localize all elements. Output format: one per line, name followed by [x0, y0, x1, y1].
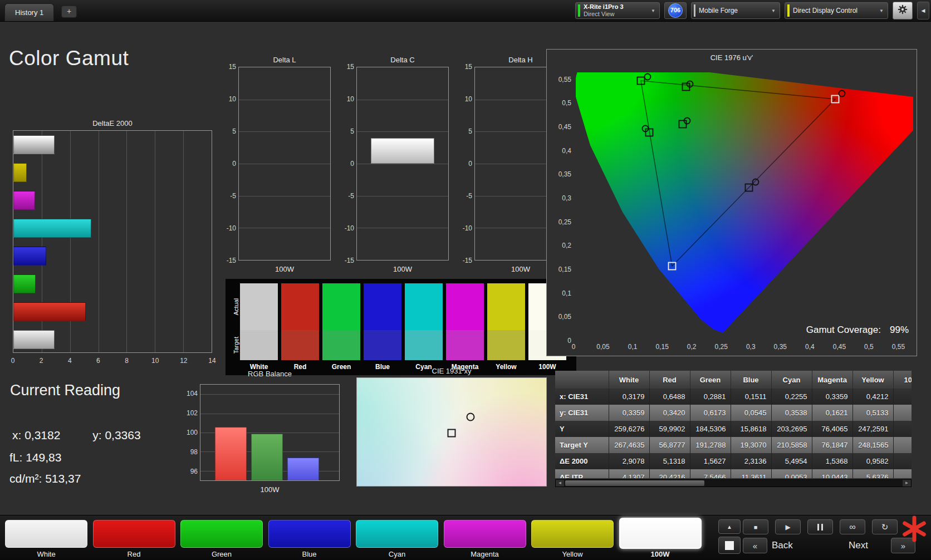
- table-cell: 10,0443: [812, 469, 852, 478]
- cie-xtick: 0,5: [864, 343, 874, 351]
- table-cell: 191,2788: [690, 437, 731, 453]
- rgb-balance-category: 100W: [200, 485, 340, 494]
- pattern-button-green[interactable]: [180, 520, 263, 548]
- display-control-selector[interactable]: Direct Display Control ▼: [785, 2, 888, 19]
- deltae-bar-blue: [13, 247, 46, 266]
- table-row-6: ΔE ITP4,130720,42167,546611,36110,005310…: [555, 469, 912, 478]
- pattern-label-yellow: Yellow: [531, 550, 614, 558]
- deltae-xtick: 6: [96, 357, 100, 365]
- results-table: WhiteRedGreenBlueCyanMagentaYellow100Wx:…: [555, 371, 912, 478]
- delta-l-title: Delta L: [238, 56, 331, 64]
- row-label: Target Y: [555, 437, 609, 453]
- badge-circle: 706: [668, 3, 683, 18]
- pattern-window-button[interactable]: [718, 537, 741, 554]
- delta_h-ytick: 5: [454, 127, 472, 135]
- pattern-button-cyan[interactable]: [356, 520, 438, 548]
- next-label[interactable]: Next: [849, 540, 868, 551]
- table-row-5: ΔE 20002,90785,13181,56272,31365,49541,5…: [555, 453, 912, 469]
- table-cell: 0,3359: [812, 389, 852, 405]
- table-cell: 267,4635: [609, 437, 649, 453]
- table-horizontal-scrollbar[interactable]: ◄ ►: [555, 479, 912, 487]
- chevron-down-icon: ▼: [879, 8, 884, 13]
- scroll-left-arrow[interactable]: ◄: [556, 480, 564, 487]
- current-reading-title: Current Reading: [10, 382, 120, 399]
- delta_c-ytick: 15: [336, 63, 354, 71]
- continuous-read-button[interactable]: ∞: [840, 519, 865, 534]
- scrollbar-thumb[interactable]: [565, 480, 704, 486]
- delta_l-gridline: [239, 164, 330, 164]
- previous-step-button[interactable]: «: [743, 538, 767, 553]
- col-header-Magenta: Magenta: [812, 371, 852, 389]
- double-chevron-left-icon: «: [753, 541, 757, 551]
- table-cell: 51: [893, 437, 912, 453]
- add-tab-button[interactable]: +: [61, 6, 77, 18]
- settings-button[interactable]: [893, 2, 913, 19]
- title-bar: History 1 + X-Rite i1Pro 3 Direct View ▼…: [0, 0, 931, 22]
- scroll-patterns-up-button[interactable]: ▲: [718, 519, 741, 534]
- reading-cdm2: cd/m²: 513,37: [9, 472, 81, 485]
- read-button[interactable]: ▶: [775, 519, 801, 534]
- delta_c-ytick: 5: [336, 127, 354, 135]
- cie1976-title: CIE 1976 u'v': [546, 53, 917, 62]
- table-row-4: Target Y267,463556,8777191,278819,307021…: [555, 437, 912, 453]
- delta_l-gridline: [239, 228, 330, 228]
- delta_c-gridline: [357, 164, 448, 164]
- tab-history-1[interactable]: History 1: [4, 3, 54, 21]
- deltae-xtick: 12: [180, 357, 187, 365]
- delta_h-ylabels: 151050-5-10-15: [454, 67, 472, 261]
- chevron-left-icon: ◀: [922, 8, 925, 13]
- table-cell: 0,1511: [731, 389, 771, 405]
- row-label: ΔE 2000: [555, 453, 609, 469]
- table-cell: 59,9902: [649, 421, 690, 437]
- table-cell: 203,2695: [771, 421, 812, 437]
- scroll-right-arrow[interactable]: ►: [903, 480, 911, 487]
- back-label[interactable]: Back: [772, 540, 793, 551]
- deltae-xtick: 8: [125, 357, 129, 365]
- refresh-button[interactable]: ↻: [872, 519, 898, 534]
- pattern-button-magenta[interactable]: [444, 520, 526, 548]
- swatch-actual-green: [322, 283, 360, 330]
- pause-button[interactable]: [807, 519, 833, 534]
- meter-selector[interactable]: X-Rite i1Pro 3 Direct View ▼: [575, 2, 660, 19]
- table-cell: 0,4212: [852, 389, 893, 405]
- deltae-bar-white: [13, 135, 55, 154]
- table-cell: 20,4216: [649, 469, 690, 478]
- rgb-balance-title: RGB Balance: [200, 370, 340, 378]
- rgb-balance-y-axis: 1041021009896: [177, 384, 198, 481]
- topbar-widgets: X-Rite i1Pro 3 Direct View ▼ 706 Mobile …: [575, 2, 929, 19]
- cie-ytick: 0,1: [549, 289, 571, 297]
- cie-xtick: 0,35: [774, 343, 787, 351]
- delta_c-ytick: -15: [336, 257, 354, 264]
- pattern-button-white[interactable]: [5, 520, 87, 548]
- delta_c-gridline: [357, 196, 448, 197]
- cie-ytick: 0,25: [549, 218, 571, 226]
- table-cell: 5,4954: [771, 453, 812, 469]
- pattern-button-red[interactable]: [93, 520, 175, 548]
- delta_l-gridline: [239, 100, 330, 100]
- table-cell: 5,1318: [649, 453, 690, 469]
- deltae-gridline: [183, 131, 184, 352]
- source-accent: [694, 4, 695, 17]
- pattern-source-selector[interactable]: Mobile Forge ▼: [691, 2, 780, 19]
- gear-icon: [898, 4, 908, 17]
- delta_l-ytick: 0: [218, 160, 236, 168]
- deltae-gridline: [99, 131, 99, 352]
- delta_l-ylabels: 151050-5-10-15: [218, 67, 236, 261]
- delta-c-category: 100W: [356, 265, 449, 273]
- deltae-xtick: 4: [68, 357, 72, 365]
- delta_c-gridline: [357, 131, 448, 132]
- pattern-button-blue[interactable]: [268, 520, 351, 548]
- collapse-panel-button[interactable]: ◀: [917, 2, 929, 19]
- cie-xtick: 0,25: [715, 343, 728, 351]
- cie1976-y-axis: 0,550,50,450,40,350,30,250,20,150,10,050: [549, 72, 571, 341]
- delta_l-gridline: [239, 131, 330, 132]
- chevron-down-icon: ▼: [651, 8, 655, 13]
- pattern-button-100w[interactable]: [619, 518, 702, 549]
- table-cell: 3,6: [893, 453, 912, 469]
- col-header-White: White: [609, 371, 649, 389]
- delta_l-gridline: [239, 196, 330, 197]
- row-label: x: CIE31: [555, 389, 609, 405]
- stop-button[interactable]: ■: [743, 519, 768, 534]
- cie-ytick: 0,5: [549, 99, 571, 107]
- pattern-button-yellow[interactable]: [531, 520, 614, 548]
